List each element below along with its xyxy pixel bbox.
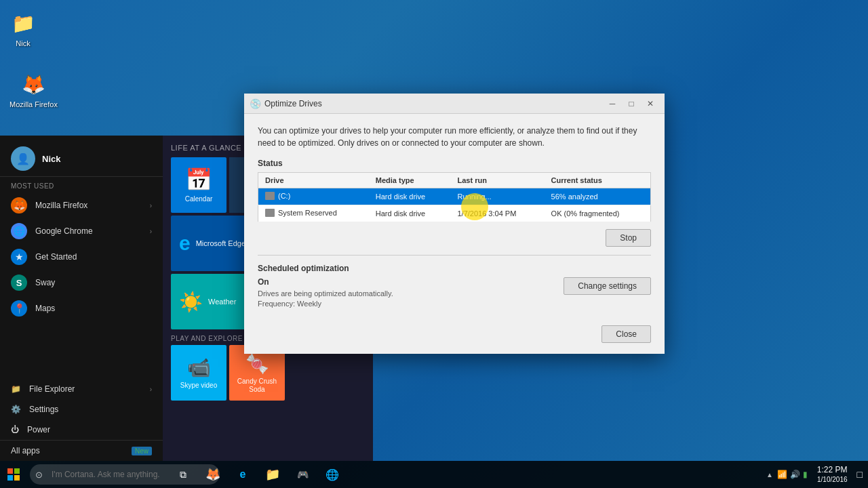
power-label: Power [27,425,50,434]
firefox-label: Mozilla Firefox [9,100,58,108]
scheduled-section-label: Scheduled optimization [258,264,651,273]
firefox-app-label: Mozilla Firefox [35,201,87,210]
get-started-icon: ★ [11,249,27,265]
skype-video-label: Skype video [180,382,217,390]
sway-icon: S [11,274,27,291]
settings-icon: ⚙️ [11,405,21,414]
desktop-icon-nick[interactable]: 📁 Nick [7,7,39,50]
calendar-tile[interactable]: 📅 Calendar [171,157,226,213]
drive-c-last-run: Running... [450,188,544,205]
close-button[interactable]: Close [601,325,651,343]
window-body: You can optimize your drives to help you… [244,114,665,319]
start-power[interactable]: ⏻ Power [0,420,163,440]
calendar-tile-icon: 📅 [185,167,212,192]
edge-tile-icon: e [179,232,191,255]
taskbar-explorer-button[interactable]: 📁 [259,461,286,488]
scheduled-section: Scheduled optimization On Drives are bei… [258,255,651,308]
start-app-sway[interactable]: S Sway [0,270,163,296]
window-footer: Close [244,319,665,354]
skype-video-tile[interactable]: 📹 Skype video [171,345,226,401]
all-apps-label: All apps [11,446,40,455]
username-label: Nick [42,154,60,164]
system-reserved-name: System Reserved [258,205,369,222]
window-controls: ─ □ ✕ [604,95,659,113]
start-app-chrome[interactable]: 🌐 Google Chrome › [0,218,163,244]
drive-c-status: 56% analyzed [545,188,651,205]
start-settings[interactable]: ⚙️ Settings [0,399,163,420]
col-last-run: Last run [450,173,544,188]
most-used-label: Most used [0,177,163,192]
drive-row-system-reserved[interactable]: System Reserved Hard disk drive 1/7/2016… [258,205,651,222]
col-media-type: Media type [369,173,451,188]
window-titlebar[interactable]: 💿 Optimize Drives ─ □ ✕ [244,94,665,114]
scheduled-status: On [258,277,393,287]
start-file-explorer[interactable]: 📁 File Explorer › [0,379,163,399]
taskbar-chrome-button[interactable]: 🌐 [319,461,346,488]
system-reserved-icon-wrap: System Reserved [265,209,337,217]
start-app-firefox[interactable]: 🦊 Mozilla Firefox › [0,192,163,218]
search-input[interactable] [30,464,220,485]
start-user-section[interactable]: 👤 Nick [0,136,163,177]
notification-area-icon[interactable]: □ [857,469,863,480]
battery-icon: ▮ [803,470,808,479]
nick-folder-icon: 📁 [9,9,37,37]
window-title: Optimize Drives [264,99,604,108]
tray-expand-icon[interactable]: ▲ [766,471,773,479]
drives-table: Drive Media type Last run Current status… [258,172,651,222]
hdd-icon-sys [265,209,275,217]
maps-icon: 📍 [11,300,27,317]
drive-c-name: (C:) [258,188,369,205]
hdd-icon-c [265,192,275,200]
scheduled-desc: Drives are being optimized automatically… [258,289,393,298]
drive-c-icon-wrap: (C:) [265,192,290,200]
file-explorer-label: File Explorer [29,384,75,394]
current-time: 1:22 PM [817,465,848,476]
chrome-arrow-icon: › [150,228,152,235]
skype-video-icon: 📹 [187,357,211,379]
settings-label: Settings [29,405,58,414]
svg-rect-0 [7,468,13,474]
taskbar-store-button[interactable]: 🎮 [289,461,316,488]
weather-tile-label: Weather [208,298,236,306]
start-app-maps[interactable]: 📍 Maps [0,296,163,321]
sway-label: Sway [35,278,55,287]
stop-button[interactable]: Stop [606,229,651,247]
system-reserved-last-run: 1/7/2016 3:04 PM [450,205,544,222]
desktop: 📁 Nick 🦊 Mozilla Firefox 👤 Nick Most use… [0,0,868,488]
change-settings-button[interactable]: Change settings [564,277,651,295]
optimize-drives-window: 💿 Optimize Drives ─ □ ✕ You can optimize… [244,94,665,354]
all-apps-row[interactable]: All apps New [0,440,163,461]
candy-crush-label: Candy Crush Soda [229,378,285,394]
tray-time-date[interactable]: 1:22 PM 1/10/2016 [812,465,853,485]
maximize-button[interactable]: □ [623,95,640,113]
file-explorer-icon: 📁 [11,384,21,394]
taskbar-edge-button[interactable]: e [229,461,256,488]
drive-c-media: Hard disk drive [369,188,451,205]
taskbar-tray: ▲ 📶 🔊 ▮ 1:22 PM 1/10/2016 □ [766,465,868,485]
windows-logo-icon [7,468,20,481]
col-current-status: Current status [545,173,651,188]
start-button[interactable] [0,461,27,488]
firefox-arrow-icon: › [150,202,152,209]
chrome-app-icon: 🌐 [11,223,27,239]
volume-icon: 🔊 [790,470,800,479]
maps-label: Maps [35,304,55,313]
file-explorer-arrow: › [150,386,152,393]
power-icon: ⏻ [11,425,19,434]
start-app-get-started[interactable]: ★ Get Started [0,244,163,270]
svg-rect-3 [14,475,20,481]
status-section-label: Status [258,159,651,168]
close-window-button[interactable]: ✕ [642,95,659,113]
system-reserved-status: OK (0% fragmented) [545,205,651,222]
desktop-icon-firefox[interactable]: 🦊 Mozilla Firefox [7,68,60,111]
search-wrap[interactable]: ⊙ [30,464,161,485]
minimize-button[interactable]: ─ [604,95,621,113]
firefox-icon: 🦊 [20,70,47,98]
svg-rect-2 [7,475,13,481]
network-icon: 📶 [777,470,787,479]
drive-row-c[interactable]: (C:) Hard disk drive Running... 56% anal… [258,188,651,205]
user-avatar: 👤 [11,146,35,171]
window-description: You can optimize your drives to help you… [258,125,651,149]
calendar-tile-label: Calendar [185,195,213,203]
col-drive: Drive [258,173,369,188]
